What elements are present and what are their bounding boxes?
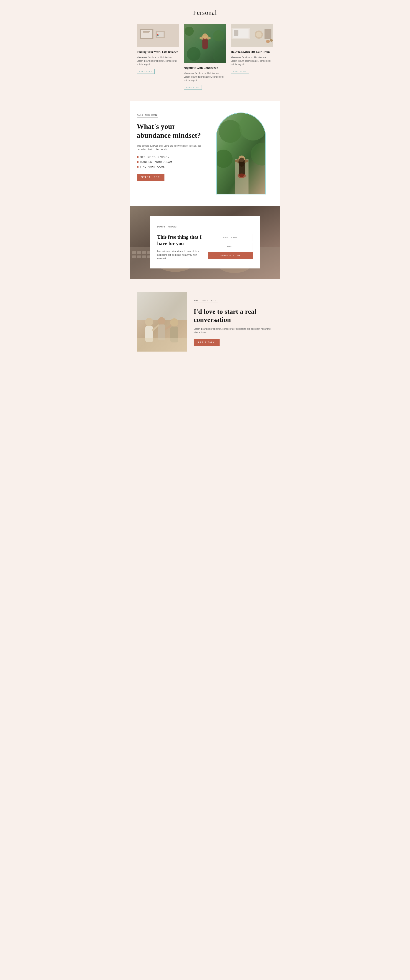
quiz-item-2: MANIFEST YOUR DREAM [137, 161, 202, 163]
svg-rect-4 [143, 32, 149, 33]
post-3-body: Maecenas faucibus mollis interdum. Lorem… [231, 56, 273, 66]
quiz-arch-image [216, 113, 266, 194]
freebie-right: SEND IT NOW! [208, 234, 253, 259]
cta-section: ARE YOU READY? I'd love to start a real … [130, 279, 280, 365]
svg-rect-66 [137, 292, 187, 320]
cta-body: Lorem ipsum dolor sit amet, consectetuer… [194, 327, 273, 334]
freebie-left: This free thing that I have for you Lore… [157, 234, 202, 261]
post-1-body: Maecenas faucibus mollis interdum. Lorem… [137, 56, 179, 66]
quiz-items-list: SECURE YOUR VISION MANIFEST YOUR DREAM F… [137, 156, 202, 168]
quiz-item-1: SECURE YOUR VISION [137, 156, 202, 159]
post-1-title: Finding Your Work Life Balance [137, 50, 179, 54]
quiz-bullet-1 [137, 156, 139, 158]
quiz-description: This sample quiz was built using the fre… [137, 144, 202, 151]
woman-hat-garden-image [184, 24, 227, 63]
quiz-item-3: FIND YOUR FOCUS [137, 165, 202, 168]
svg-point-69 [158, 317, 165, 325]
blog-card-3: How To Switch Off Your Brain Maecenas fa… [231, 24, 273, 90]
quiz-heading: What's your abundance mindset? [137, 122, 202, 140]
svg-point-24 [266, 40, 270, 43]
cta-people-image [137, 292, 187, 352]
post-3-read-more[interactable]: READ MORE [231, 69, 249, 74]
freebie-heading: This free thing that I have for you [157, 234, 202, 247]
svg-point-28 [239, 113, 266, 140]
svg-point-67 [145, 318, 153, 326]
svg-point-14 [213, 30, 224, 41]
blog-section: Personal 📚 Finding Your Work Life Balanc… [130, 0, 280, 101]
cta-right: ARE YOU READY? I'd love to start a real … [194, 298, 273, 346]
svg-rect-75 [137, 338, 187, 352]
blog-card-2: Negotiate With Confidence Maecenas fauci… [184, 24, 227, 90]
post-2-read-more[interactable]: READ MORE [184, 85, 202, 90]
svg-point-35 [238, 158, 245, 167]
post-3-title: How To Switch Off Your Brain [231, 50, 273, 54]
svg-text:📚: 📚 [157, 34, 159, 36]
cta-eyebrow: ARE YOU READY? [194, 299, 218, 303]
svg-point-22 [256, 32, 262, 37]
svg-rect-5 [143, 34, 150, 34]
svg-rect-56 [142, 256, 146, 258]
svg-rect-41 [132, 251, 136, 254]
quiz-left: TAKE THE QUIZ What's your abundance mind… [137, 113, 202, 181]
svg-rect-43 [142, 251, 146, 254]
svg-point-71 [170, 318, 178, 326]
svg-rect-23 [265, 29, 271, 39]
svg-rect-54 [132, 256, 136, 258]
svg-rect-55 [137, 256, 141, 258]
svg-point-12 [202, 33, 208, 39]
first-name-input[interactable] [208, 234, 253, 241]
quiz-section: TAKE THE QUIZ What's your abundance mind… [130, 101, 280, 206]
quiz-start-button[interactable]: START HERE [137, 174, 164, 181]
blog-card-1: 📚 Finding Your Work Life Balance Maecena… [137, 24, 179, 90]
lets-talk-button[interactable]: LET'S TALK [194, 339, 220, 346]
svg-rect-42 [137, 251, 141, 254]
svg-point-15 [187, 47, 201, 61]
svg-point-36 [238, 173, 246, 178]
post-2-title: Negotiate With Confidence [184, 66, 227, 70]
svg-rect-20 [234, 30, 238, 36]
quiz-bullet-3 [137, 166, 139, 168]
svg-rect-11 [202, 38, 208, 49]
svg-point-27 [219, 120, 242, 143]
send-button[interactable]: SEND IT NOW! [208, 252, 253, 259]
blog-grid: 📚 Finding Your Work Life Balance Maecena… [137, 24, 273, 90]
svg-rect-3 [143, 31, 150, 32]
desk-items-image [231, 24, 273, 47]
cta-heading: I'd love to start a real conversation [194, 307, 273, 324]
freebie-eyebrow: DON'T FORGET [157, 226, 178, 229]
post-1-read-more[interactable]: READ MORE [137, 69, 155, 74]
email-input[interactable] [208, 243, 253, 250]
freebie-section: DON'T FORGET This free thing that I have… [130, 206, 280, 279]
svg-point-13 [185, 27, 194, 36]
svg-point-25 [270, 39, 273, 42]
freebie-body: Lorem ipsum dolor sit amet, consectetuer… [157, 250, 202, 261]
quiz-eyebrow: TAKE THE QUIZ [137, 114, 158, 118]
freebie-inner: This free thing that I have for you Lore… [157, 234, 253, 261]
quiz-bullet-2 [137, 161, 139, 163]
freebie-card: DON'T FORGET This free thing that I have… [150, 216, 260, 269]
post-2-body: Maecenas faucibus mollis interdum. Lorem… [184, 72, 227, 82]
site-title: Personal [137, 9, 273, 16]
quiz-right [208, 113, 273, 194]
books-desk-image: 📚 [137, 24, 179, 47]
